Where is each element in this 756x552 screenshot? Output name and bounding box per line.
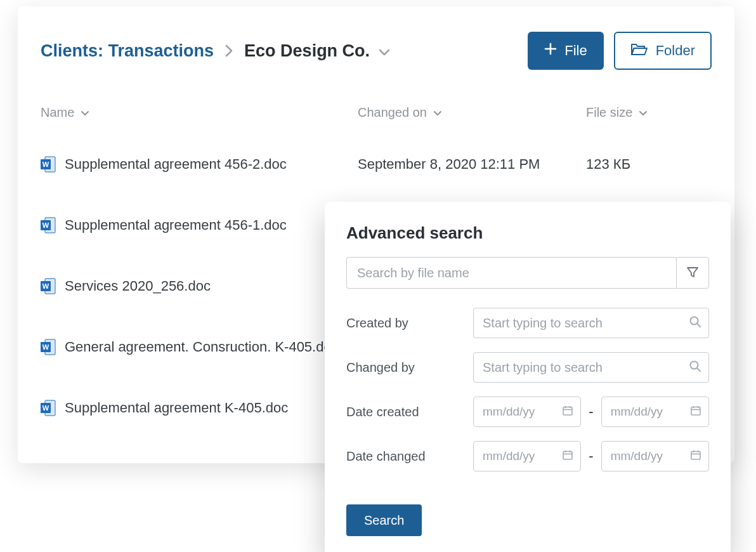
- header-row: Clients: Transactions Eco Design Co. Fil…: [41, 32, 712, 70]
- file-name: General agreement. Consruction. K-405.do…: [65, 339, 339, 355]
- date-created-label: Date created: [346, 405, 473, 419]
- new-folder-button[interactable]: Folder: [614, 32, 712, 70]
- svg-text:W: W: [42, 161, 49, 168]
- file-name: Supplemental agreement 456-1.doc: [65, 217, 287, 233]
- folder-open-icon: [630, 42, 648, 60]
- table-row[interactable]: W Supplemental agreement 456-2.doc Septe…: [41, 155, 712, 173]
- file-name: Supplemental agreement 456-2.doc: [65, 156, 287, 173]
- new-folder-label: Folder: [656, 43, 695, 59]
- svg-text:W: W: [42, 343, 49, 351]
- advanced-search-title: Advanced search: [346, 223, 709, 243]
- file-name: Supplemental agreement K-405.doc: [65, 400, 288, 416]
- created-by-row: Created by: [346, 308, 709, 338]
- word-doc-icon: W: [41, 277, 56, 295]
- date-range-dash: -: [589, 448, 593, 464]
- file-size: 123 КБ: [586, 156, 700, 173]
- date-changed-to-input[interactable]: [601, 441, 709, 471]
- date-changed-from-input[interactable]: [473, 441, 581, 471]
- search-filename-input[interactable]: [346, 257, 676, 289]
- date-created-from-input[interactable]: [473, 397, 581, 427]
- word-doc-icon: W: [41, 338, 56, 356]
- breadcrumb-current-dropdown[interactable]: Eco Design Co.: [244, 41, 390, 61]
- date-changed-row: Date changed -: [346, 441, 709, 471]
- column-header-changed[interactable]: Changed on: [358, 105, 586, 120]
- chevron-down-icon: [639, 105, 648, 120]
- column-headers: Name Changed on File size: [41, 105, 712, 120]
- created-by-input[interactable]: [473, 308, 709, 338]
- svg-text:W: W: [42, 404, 49, 412]
- word-doc-icon: W: [41, 216, 56, 234]
- search-submit-button[interactable]: Search: [346, 504, 422, 536]
- chevron-right-icon: [225, 44, 233, 57]
- column-header-changed-label: Changed on: [358, 105, 427, 120]
- chevron-down-icon: [433, 105, 442, 120]
- column-header-size-label: File size: [586, 105, 632, 120]
- column-header-size[interactable]: File size: [586, 105, 700, 120]
- file-changed: September 8, 2020 12:11 PM: [358, 156, 586, 173]
- svg-text:W: W: [42, 282, 49, 290]
- word-doc-icon: W: [41, 399, 56, 417]
- new-file-label: File: [564, 43, 587, 59]
- plus-icon: [544, 43, 557, 59]
- created-by-label: Created by: [346, 316, 473, 331]
- column-header-name[interactable]: Name: [41, 105, 358, 120]
- date-changed-label: Date changed: [346, 449, 473, 464]
- changed-by-input[interactable]: [473, 352, 709, 383]
- advanced-search-row: [346, 257, 709, 289]
- chevron-down-icon: [81, 105, 89, 120]
- breadcrumb-current-label: Eco Design Co.: [244, 41, 370, 61]
- changed-by-label: Changed by: [346, 360, 473, 375]
- new-file-button[interactable]: File: [528, 32, 603, 70]
- advanced-search-panel: Advanced search Created by Changed by: [325, 202, 731, 552]
- column-header-name-label: Name: [41, 105, 74, 120]
- chevron-down-icon: [379, 41, 390, 61]
- breadcrumb-root[interactable]: Clients: Transactions: [41, 41, 214, 61]
- filter-button[interactable]: [676, 257, 709, 289]
- changed-by-row: Changed by: [346, 352, 709, 383]
- file-name: Services 2020_256.doc: [65, 278, 211, 294]
- filter-icon: [686, 266, 699, 280]
- word-doc-icon: W: [41, 155, 56, 173]
- breadcrumb: Clients: Transactions Eco Design Co.: [41, 41, 390, 61]
- date-created-to-input[interactable]: [601, 397, 709, 427]
- date-range-dash: -: [589, 404, 593, 420]
- header-actions: File Folder: [528, 32, 712, 70]
- date-created-row: Date created -: [346, 397, 709, 427]
- svg-text:W: W: [42, 221, 49, 229]
